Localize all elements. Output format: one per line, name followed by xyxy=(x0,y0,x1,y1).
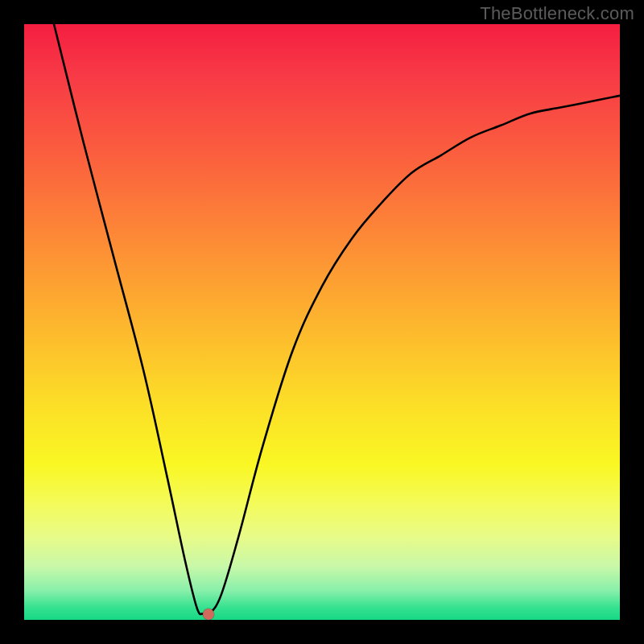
attribution-text: TheBottleneck.com xyxy=(480,3,634,24)
plot-area xyxy=(24,24,620,620)
chart-stage: TheBottleneck.com xyxy=(0,0,644,644)
bottleneck-curve xyxy=(24,24,620,620)
minimum-marker xyxy=(203,609,214,620)
